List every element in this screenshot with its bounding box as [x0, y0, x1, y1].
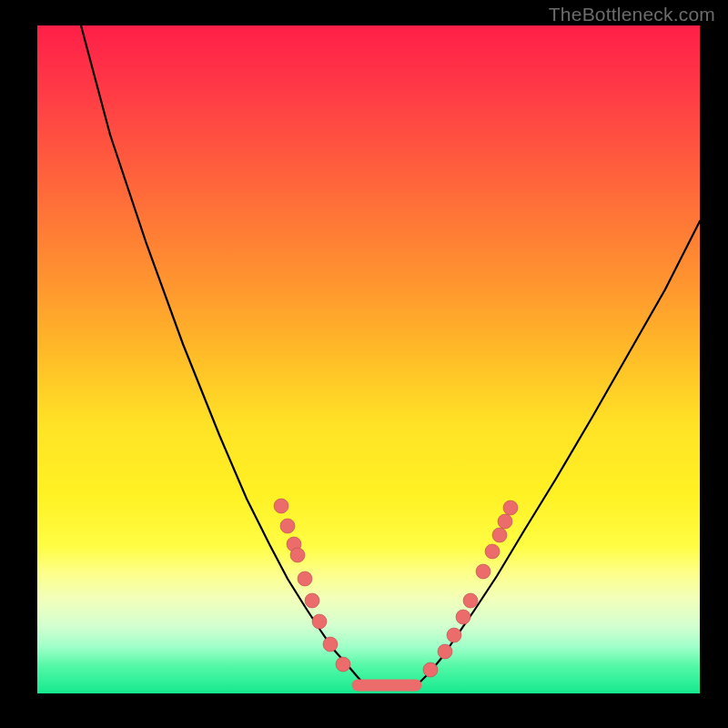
- data-points: [274, 499, 518, 677]
- data-point: [498, 514, 512, 529]
- left-curve: [81, 25, 365, 685]
- data-point: [447, 628, 461, 642]
- outer-frame: TheBottleneck.com: [0, 0, 728, 728]
- data-point: [463, 593, 478, 608]
- data-point: [290, 548, 305, 562]
- data-point: [298, 571, 312, 586]
- data-point: [323, 637, 338, 652]
- data-point: [280, 519, 295, 533]
- data-point: [476, 564, 490, 579]
- watermark-text: TheBottleneck.com: [549, 4, 715, 25]
- data-point: [423, 662, 438, 677]
- data-point: [312, 614, 327, 629]
- data-point: [485, 544, 500, 559]
- data-point: [456, 610, 470, 624]
- data-point: [438, 644, 452, 659]
- data-point: [305, 593, 319, 608]
- data-point: [492, 528, 507, 542]
- data-point: [336, 657, 350, 672]
- data-point: [503, 500, 518, 515]
- data-point: [274, 499, 288, 513]
- chart-svg: [37, 25, 700, 693]
